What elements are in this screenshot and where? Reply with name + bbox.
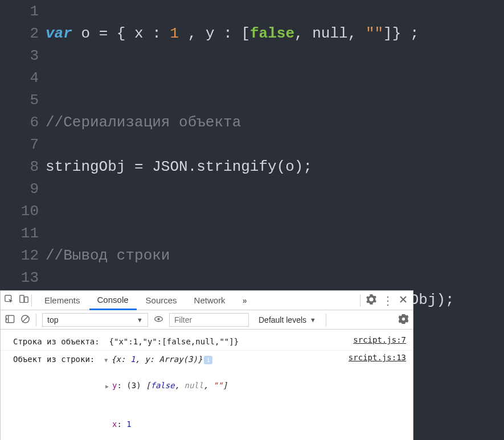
tabs-overflow[interactable]: » — [238, 296, 252, 305]
svg-rect-2 — [24, 297, 28, 303]
comma: , — [294, 25, 312, 42]
devtools-left-icons — [4, 294, 32, 307]
log-message: Объект из строки: {x: 1, y: Array(3)}i y… — [13, 353, 343, 440]
line-number: 7 — [0, 134, 39, 156]
null: null — [184, 381, 203, 390]
line-number: 10 — [0, 200, 39, 223]
bracket: [ — [241, 25, 250, 42]
line-number-gutter: 1 2 3 4 5 6 7 8 9 10 11 12 13 — [0, 0, 46, 290]
console-toolbar: top ▼ Default levels ▼ — [1, 310, 413, 330]
chevron-down-icon: ▼ — [310, 316, 316, 323]
info-icon[interactable]: i — [204, 356, 212, 364]
comma: , — [188, 25, 197, 42]
null: null — [312, 25, 347, 42]
string: "" — [213, 381, 223, 390]
line-number: 8 — [0, 156, 39, 178]
statement: stringObj = JSON.stringify(o); — [46, 158, 312, 175]
log-prefix: Объект из строки: — [13, 355, 104, 364]
live-expression-icon[interactable] — [154, 314, 163, 326]
log-entry: Строка из объекта: {"x":1,"y":[false,nul… — [1, 333, 413, 351]
separator — [36, 314, 36, 326]
console-settings-icon[interactable] — [399, 314, 408, 326]
line-number: 2 — [0, 23, 39, 45]
log-message: Строка из объекта: {"x":1,"y":[false,nul… — [13, 335, 347, 348]
comment: //Сериализация объекта — [46, 114, 241, 131]
log-prefix: Строка из объекта: — [13, 337, 109, 346]
code-line: var o = { x : 1 , y : [false, null, ""]}… — [46, 23, 504, 45]
line-number: 13 — [0, 267, 39, 289]
expand-icon[interactable] — [105, 379, 112, 393]
comment: //Вывод строки — [46, 247, 170, 264]
colon: : — [152, 25, 161, 42]
expand-icon[interactable] — [104, 353, 111, 367]
separator — [360, 294, 360, 307]
op-eq: = — [99, 25, 108, 42]
number: 1 — [126, 420, 131, 429]
code-line: //Вывод строки — [46, 245, 504, 267]
code-line: //Сериализация объекта — [46, 112, 504, 134]
obj-summary: , y: Array(3)} — [135, 355, 202, 364]
string-empty: "" — [366, 25, 383, 42]
devtools-panel: Elements Console Sources Network » ⋮ top… — [0, 290, 413, 440]
keyword-var: var — [46, 25, 72, 42]
prop-key: y — [112, 381, 117, 390]
log-entry: Объект из строки: {x: 1, y: Array(3)}i y… — [1, 351, 413, 440]
brace: { — [117, 25, 126, 42]
line-number: 3 — [0, 45, 39, 67]
code-line: stringObj = JSON.stringify(o); — [46, 156, 504, 178]
line-number: 9 — [0, 178, 39, 200]
line-number: 4 — [0, 67, 39, 89]
colon: : — [223, 25, 232, 42]
console-filter-input[interactable] — [169, 313, 249, 327]
line-number: 1 — [0, 1, 39, 23]
comma: , — [175, 381, 185, 390]
key-x: x — [134, 25, 144, 42]
console-log-area: Строка из объекта: {"x":1,"y":[false,nul… — [1, 330, 413, 440]
log-levels-selector[interactable]: Default levels ▼ — [255, 313, 320, 327]
svg-point-6 — [157, 318, 159, 320]
line-number: 6 — [0, 112, 39, 134]
code-area[interactable]: var o = { x : 1 , y : [false, null, ""]}… — [46, 0, 504, 290]
prop-key: x — [112, 420, 117, 429]
chevron-down-icon: ▼ — [137, 316, 143, 323]
array-len: (3) — [126, 381, 141, 390]
tab-console[interactable]: Console — [89, 291, 137, 310]
log-value: {"x":1,"y":[false,null,""]} — [109, 337, 239, 346]
more-menu-icon[interactable]: ⋮ — [382, 295, 394, 306]
svg-rect-1 — [20, 295, 24, 303]
comma: , — [203, 381, 213, 390]
code-line — [46, 67, 504, 89]
source-link[interactable]: srcipt.js:7 — [347, 335, 406, 344]
comma: , — [348, 25, 366, 42]
source-link[interactable]: srcipt.js:13 — [343, 353, 406, 362]
code-line — [46, 200, 504, 223]
devtools-tabbar: Elements Console Sources Network » ⋮ — [1, 291, 413, 310]
device-toggle-icon[interactable] — [19, 294, 29, 306]
levels-label: Default levels — [259, 315, 306, 324]
close-icon[interactable] — [399, 295, 407, 305]
semicolon: ; — [410, 25, 419, 42]
tab-network[interactable]: Network — [186, 291, 233, 310]
key-y: y — [206, 25, 215, 42]
inspect-icon[interactable] — [4, 294, 14, 306]
console-sidebar-toggle-icon[interactable] — [5, 314, 15, 326]
clear-console-icon[interactable] — [21, 314, 30, 326]
ident-o: o — [81, 25, 90, 42]
number-1: 1 — [170, 25, 179, 42]
execution-context-selector[interactable]: top ▼ — [42, 313, 148, 327]
separator — [326, 314, 326, 326]
tab-elements[interactable]: Elements — [36, 291, 88, 310]
bool-false: false — [250, 25, 294, 42]
line-number: 11 — [0, 223, 39, 245]
bool: false — [150, 381, 174, 390]
context-label: top — [47, 315, 58, 324]
bracket: ] — [223, 381, 227, 390]
code-editor: 1 2 3 4 5 6 7 8 9 10 11 12 13 var o = { … — [0, 0, 504, 290]
bracket: ] — [383, 25, 392, 42]
obj-summary: {x: — [111, 355, 130, 364]
tab-sources[interactable]: Sources — [138, 291, 185, 310]
brace: } — [392, 25, 401, 42]
line-number: 5 — [0, 89, 39, 112]
settings-icon[interactable] — [366, 294, 376, 306]
line-number: 12 — [0, 245, 39, 267]
